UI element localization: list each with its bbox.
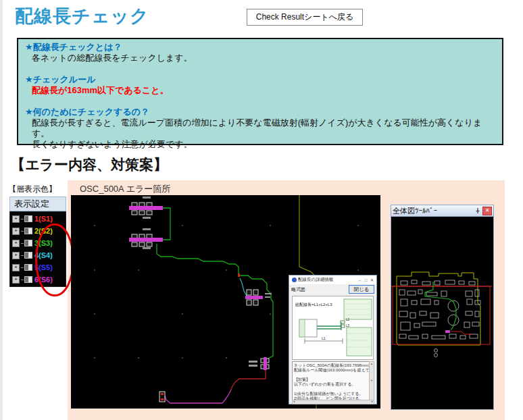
minimize-icon[interactable]: – (357, 278, 363, 282)
layer-label[interactable]: 6(S6) (34, 275, 53, 284)
layer-label[interactable]: 5(S5) (34, 263, 53, 271)
message-line: 1)余分な配線経路が無いようにする。 (294, 392, 370, 396)
layer-row-4[interactable]: +4(S4) (12, 250, 53, 261)
message-line: 配線長ルール閾値(163.0000mm)を超えている。 (294, 368, 370, 373)
layer-color-icon (24, 252, 32, 259)
dim-l1: L1 (322, 336, 326, 340)
layer-settings-panel: 表示設定 +1(S1) +2(S2) +3(S3) +4(S4) +5(S5) … (9, 196, 66, 287)
figure-label: 総配線長=L1+L2+L3 (295, 303, 332, 307)
overview-magenta-mark (445, 330, 450, 333)
rule-heading: ★チェックルール (25, 74, 495, 85)
layer-label[interactable]: 3(S3) (34, 239, 53, 247)
red-trace (231, 370, 266, 390)
error-section-heading: 【エラー内容、対策案】 (11, 155, 168, 174)
board-overview-canvas (391, 217, 492, 409)
dialog-close-button[interactable]: 閉じる (349, 285, 374, 294)
cyan-trace (240, 278, 247, 296)
component-pads-2 (129, 228, 163, 249)
component-pads-3 (245, 290, 272, 305)
dialog-title: 配線長の詳細情報 (298, 277, 357, 283)
layer-color-icon (24, 228, 32, 234)
dialog-message: ネットOSC_500Aの配線長(193.7698mm)が 配線長ルール閾値(16… (292, 361, 372, 403)
check-result-back-button[interactable]: Check Resultシートへ戻る (247, 9, 363, 26)
page-title: 配線長チェック (15, 4, 149, 28)
message-vertical-scrollbar[interactable]: ▲▼ (369, 361, 374, 402)
magenta-trace (165, 390, 231, 403)
message-line: 以下のいずれかの案を選択する。 (294, 382, 370, 387)
dialog-app-icon (292, 278, 297, 282)
layer-list: +1(S1) +2(S2) +3(S3) +4(S4) +5(S5) +6(S6… (9, 211, 66, 287)
wiring-length-detail-dialog[interactable]: 配線長の詳細情報 – □ ✕ 略式図 閉じる 総配線長=L1+L2+L3 (289, 275, 377, 404)
expand-icon[interactable]: + (12, 228, 20, 235)
layer-row-1[interactable]: +1(S1) (12, 213, 53, 224)
dim-l3: L3 (346, 324, 350, 327)
overview-title: 全体図ﾂｰﾙﾊﾞｰ (393, 206, 474, 216)
length-figure: 総配線長=L1+L2+L3 L1 L2 L3 (292, 296, 374, 360)
layer-row-2[interactable]: +2(S2) (12, 226, 53, 236)
expand-icon[interactable]: + (12, 215, 20, 223)
component-pads-1 (129, 196, 163, 219)
layer-label[interactable]: 2(S2) (34, 227, 53, 235)
layer-color-icon (24, 264, 32, 271)
message-line: 【対策】 (294, 377, 370, 382)
message-line (294, 387, 370, 392)
expand-icon[interactable]: + (12, 264, 20, 271)
message-line (294, 373, 370, 377)
check-description-box: ★配線長チェックとは？ 各ネットの総配線長をチェックします。 ★チェックルール … (17, 38, 503, 145)
what-body: 各ネットの総配線長をチェックします。 (25, 53, 495, 63)
layer-color-caption: 【層表示色】 (8, 184, 57, 195)
view-caption: OSC_500A エラー箇所 (80, 183, 170, 195)
end-pad (159, 392, 165, 402)
layer-color-icon (24, 215, 32, 222)
component-pads-4 (249, 357, 269, 370)
layer-color-icon (24, 276, 32, 283)
what-heading: ★配線長チェックとは？ (25, 42, 495, 53)
dialog-titlebar[interactable]: 配線長の詳細情報 – □ ✕ (289, 275, 376, 284)
map-label: 略式図 (291, 286, 349, 293)
expand-icon[interactable]: + (12, 252, 20, 259)
layer-label[interactable]: 1(S1) (34, 215, 53, 223)
via-mark (238, 273, 240, 277)
expand-icon[interactable]: + (12, 276, 20, 284)
dim-l2: L2 (346, 318, 350, 321)
layer-color-icon (24, 240, 32, 246)
why-body-1: 配線長が長すぎると、電流ループ面積の増加により不要な電磁放射(輻射ノイズ)が大き… (25, 117, 495, 139)
page: 配線長チェック Check Resultシートへ戻る ★配線長チェックとは？ 各… (0, 0, 523, 420)
window-edge (0, 0, 3, 420)
layer-panel-title: 表示設定 (9, 196, 66, 211)
pin-icon[interactable] (474, 207, 481, 215)
green-trace (157, 208, 273, 359)
maximize-icon[interactable]: □ (363, 278, 369, 282)
layer-label[interactable]: 4(S4) (34, 251, 53, 259)
why-body-2: 長くなりすぎないよう注意が必要です。 (25, 139, 495, 150)
overview-titlebar[interactable]: 全体図ﾂｰﾙﾊﾞｰ ✕ (391, 205, 493, 217)
close-icon[interactable]: ✕ (369, 278, 375, 282)
close-icon[interactable]: ✕ (482, 207, 492, 215)
rule-body: 配線長が163mm以下であること。 (25, 85, 495, 96)
expand-icon[interactable]: + (12, 240, 20, 247)
message-horizontal-scrollbar[interactable]: ◄► (292, 400, 374, 404)
layer-row-3[interactable]: +3(S3) (12, 238, 53, 248)
message-line: ネットOSC_500Aの配線長(193.7698mm)が (294, 363, 370, 368)
layer-row-6[interactable]: +6(S6) (12, 274, 53, 285)
overview-toolbar-panel[interactable]: 全体図ﾂｰﾙﾊﾞｰ ✕ (391, 205, 494, 410)
layer-row-5[interactable]: +5(S5) (12, 262, 53, 273)
why-heading: ★何のためにチェックするの？ (25, 107, 495, 117)
